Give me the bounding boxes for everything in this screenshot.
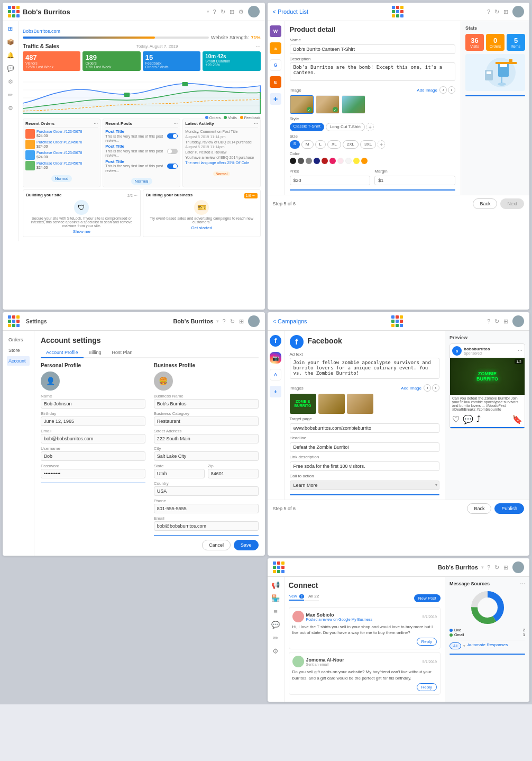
size-2xl[interactable]: 2XL <box>343 140 359 149</box>
msg-header-1: Max Sobiolo Posted a review on Google My… <box>292 611 437 622</box>
color-orange[interactable] <box>361 158 368 164</box>
order-item[interactable]: Purchase Order #12345678$24.00 <box>25 140 98 149</box>
new-post-btn[interactable]: New Post <box>414 594 441 602</box>
next-btn[interactable]: Next <box>500 198 524 209</box>
user-avatar-2[interactable] <box>512 6 524 17</box>
product-back-btn[interactable]: < Product List <box>273 8 309 15</box>
post-item[interactable]: Post TitleThis is the very first line of… <box>105 159 178 173</box>
reply-btn-1[interactable]: Reply <box>417 638 437 646</box>
site-link[interactable]: BobsBurritos.com <box>23 29 60 34</box>
campaigns-back-btn[interactable]: < Campaigns <box>273 318 307 324</box>
order-item[interactable]: Purchase Order #12345678$24.00 <box>25 129 98 139</box>
post-toggle[interactable] <box>167 164 178 169</box>
link-desc-input[interactable] <box>290 461 440 471</box>
reply-btn-2[interactable]: Reply <box>417 683 437 691</box>
message-sources-panel: Message Sources ⋯ <box>445 577 529 702</box>
size-s[interactable]: S <box>290 140 300 149</box>
nav-orders[interactable]: Orders <box>7 335 30 345</box>
msg-source-1: Posted a review on Google My Business <box>306 618 373 621</box>
google-icon[interactable]: G <box>270 59 281 71</box>
size-3xl[interactable]: 3XL <box>360 140 376 149</box>
tab-host-plan[interactable]: Host Plan <box>107 348 138 357</box>
activity-link[interactable]: The next language offers 25% Off Cole <box>185 160 258 166</box>
order-item[interactable]: Purchase Order #12345678$24.00 <box>25 150 98 160</box>
add-channel-btn[interactable]: + <box>270 93 281 105</box>
automate-responses-btn[interactable]: Automate Responses <box>467 642 508 649</box>
orders-num: 0 <box>488 37 502 44</box>
etsy-icon[interactable]: E <box>270 76 281 88</box>
cta-select[interactable]: Learn More Shop Now Sign Up <box>290 481 440 490</box>
prev-image-btn[interactable]: ‹ <box>439 86 447 94</box>
tab-billing[interactable]: Billing <box>84 348 107 357</box>
user-avatar[interactable] <box>248 6 260 17</box>
camp-next-btn[interactable]: › <box>432 384 439 392</box>
google-ads-icon[interactable]: A <box>270 369 281 380</box>
size-m[interactable]: M <box>301 140 314 149</box>
add-style-btn[interactable]: + <box>366 123 374 131</box>
ad-text-input[interactable]: Join your fellow zombie apocalypse survi… <box>290 358 440 379</box>
camp-img-3[interactable] <box>347 394 373 414</box>
woo-icon[interactable]: W <box>270 25 281 37</box>
color-red[interactable] <box>322 158 328 164</box>
color-pink[interactable] <box>329 158 336 164</box>
tab-new[interactable]: New 2 <box>289 593 305 601</box>
camp-img-1[interactable]: ZOMBIEBURRITO <box>290 394 316 414</box>
post-item[interactable]: Post TitleThis is the very first line of… <box>105 144 178 158</box>
get-started-link[interactable]: Get started <box>146 225 258 230</box>
user-avatar-3[interactable] <box>248 315 260 327</box>
ig-channel-icon[interactable]: 📷 <box>270 352 281 364</box>
target-page-input[interactable] <box>290 423 440 433</box>
image-thumb-3[interactable] <box>342 95 365 114</box>
visits-num: 36 <box>467 37 482 44</box>
add-campaign-btn[interactable]: + <box>270 386 281 397</box>
publish-btn[interactable]: Publish <box>494 503 524 514</box>
save-btn[interactable]: Save <box>234 540 259 550</box>
color-gray[interactable] <box>306 158 312 164</box>
fb-channel-icon[interactable]: f <box>270 335 281 347</box>
color-darkgray[interactable] <box>298 158 304 164</box>
color-black[interactable] <box>290 158 296 164</box>
style-classic[interactable]: Classic T-Shirt <box>290 123 324 131</box>
camp-prev-btn[interactable]: ‹ <box>424 384 431 392</box>
stats-illustration <box>465 54 525 91</box>
size-l[interactable]: L <box>315 140 326 149</box>
add-size-btn[interactable]: + <box>378 140 385 149</box>
add-image-btn[interactable]: Add Image <box>417 88 437 93</box>
image-thumb-1[interactable]: ✓ <box>290 95 314 114</box>
post-toggle[interactable] <box>167 133 178 139</box>
product-desc-input[interactable]: Bob's Burritos are the bomb! Except this… <box>290 62 456 81</box>
price-input[interactable] <box>290 176 371 185</box>
amazon-icon[interactable]: a <box>270 42 281 54</box>
post-toggle[interactable] <box>167 149 178 154</box>
campaign-back-btn[interactable]: Back <box>467 503 491 514</box>
order-item[interactable]: Purchase Order #12345678$24.00 <box>25 161 98 170</box>
camp-img-2[interactable] <box>318 394 345 414</box>
image-thumb-2[interactable]: ✓ <box>316 95 340 114</box>
back-btn[interactable]: Back <box>473 198 497 209</box>
tab-account-profile[interactable]: Account Profile <box>41 348 84 358</box>
color-yellow[interactable] <box>353 158 360 164</box>
headline-input[interactable] <box>290 442 440 452</box>
color-white[interactable] <box>345 158 352 164</box>
cancel-btn[interactable]: Cancel <box>202 540 231 550</box>
camp-add-image-btn[interactable]: Add Image <box>401 386 421 391</box>
size-xl[interactable]: XL <box>327 140 341 149</box>
style-longcut[interactable]: Long Cut T-Shirt <box>326 123 365 131</box>
nav-account[interactable]: Account <box>7 356 30 366</box>
birthday-field: June 12, 1965 <box>41 416 145 426</box>
next-image-btn[interactable]: › <box>448 86 455 94</box>
tab-all[interactable]: All 22 <box>308 593 319 600</box>
campaigns-topbar: < Campaigns ? ↻ ⊞ <box>268 312 530 331</box>
post-item[interactable]: Post TitleThis is the very first line of… <box>105 129 178 143</box>
product-name-input[interactable] <box>290 44 456 54</box>
show-me-link[interactable]: Show me <box>26 229 137 234</box>
nav-store[interactable]: Store <box>7 346 30 355</box>
user-avatar-4[interactable] <box>512 315 524 327</box>
color-navy[interactable] <box>314 158 320 164</box>
all-filter-btn[interactable]: All <box>450 642 461 649</box>
user-avatar-5[interactable] <box>512 561 524 573</box>
color-lightpink[interactable] <box>337 158 344 164</box>
stat-duration: 10m 42s Smart Duration +29.23% <box>203 51 260 71</box>
msg-name-1: Max Sobiolo <box>306 612 373 618</box>
margin-input[interactable] <box>374 176 455 185</box>
